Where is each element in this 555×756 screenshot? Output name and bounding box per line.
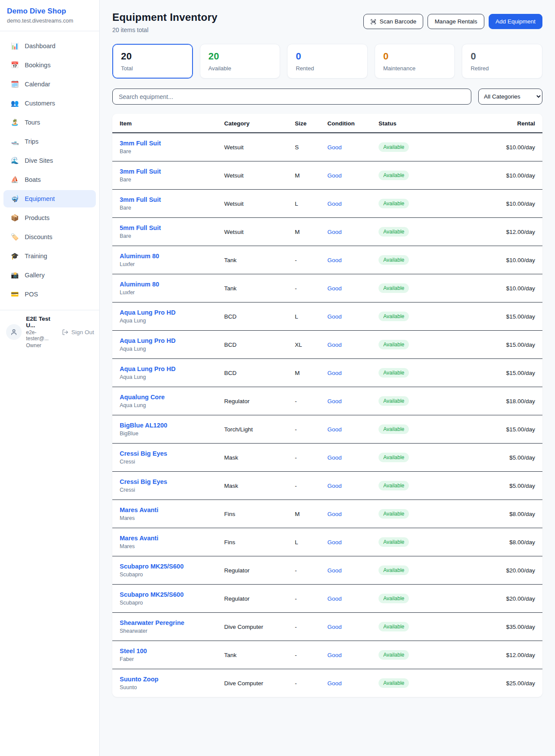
- sidebar-item-label: Customers: [25, 100, 55, 107]
- item-rental-rate: $15.00/day: [440, 331, 542, 359]
- item-condition-link[interactable]: Good: [327, 680, 342, 687]
- item-name-link[interactable]: Aqualung Core: [120, 394, 217, 401]
- sidebar-item-label: Training: [25, 253, 47, 260]
- item-brand: Luxfer: [120, 289, 217, 296]
- stat-card-maintenance[interactable]: 0Maintenance: [375, 44, 455, 79]
- item-category: Regulator: [221, 387, 291, 415]
- item-condition-link[interactable]: Good: [327, 370, 342, 376]
- sidebar-item-training[interactable]: 🎓Training: [3, 247, 96, 265]
- item-condition-link[interactable]: Good: [327, 285, 342, 292]
- item-condition-link[interactable]: Good: [327, 201, 342, 207]
- item-condition-link[interactable]: Good: [327, 652, 342, 658]
- dashboard-icon: 📊: [10, 42, 19, 50]
- category-filter[interactable]: All Categories: [478, 89, 542, 105]
- sidebar-item-boats[interactable]: ⛵Boats: [3, 171, 96, 188]
- item-name-link[interactable]: 3mm Full Suit: [120, 168, 217, 175]
- sidebar-item-dashboard[interactable]: 📊Dashboard: [3, 37, 96, 55]
- dive-sites-icon: 🌊: [10, 157, 19, 164]
- stat-card-rented[interactable]: 0Rented: [287, 44, 368, 79]
- status-badge: Available: [379, 565, 409, 575]
- item-category: Tank: [221, 274, 291, 302]
- item-brand: Cressi: [120, 487, 217, 493]
- gallery-icon: 📸: [10, 271, 19, 279]
- sign-out-button[interactable]: Sign Out: [62, 329, 94, 335]
- item-name-link[interactable]: Mares Avanti: [120, 506, 217, 513]
- sidebar-item-trips[interactable]: 🛥️Trips: [3, 133, 96, 150]
- item-name-link[interactable]: Aluminum 80: [120, 253, 217, 260]
- sidebar-item-gallery[interactable]: 📸Gallery: [3, 266, 96, 284]
- sidebar-item-label: Tours: [25, 119, 40, 126]
- item-size: -: [291, 556, 324, 585]
- stat-label-rented: Rented: [296, 65, 359, 72]
- item-condition-link[interactable]: Good: [327, 172, 342, 179]
- item-condition-link[interactable]: Good: [327, 144, 342, 151]
- item-name-link[interactable]: Cressi Big Eyes: [120, 450, 217, 457]
- item-brand: Aqua Lung: [120, 402, 217, 408]
- item-name-link[interactable]: Steel 100: [120, 648, 217, 654]
- item-condition-link[interactable]: Good: [327, 342, 342, 348]
- item-brand: Cressi: [120, 459, 217, 465]
- sidebar-item-bookings[interactable]: 📅Bookings: [3, 56, 96, 74]
- item-name-link[interactable]: 5mm Full Suit: [120, 224, 217, 231]
- stat-card-retired[interactable]: 0Retired: [462, 44, 542, 79]
- item-condition-link[interactable]: Good: [327, 229, 342, 235]
- item-name-link[interactable]: Aluminum 80: [120, 281, 217, 288]
- sidebar-item-pos[interactable]: 💳POS: [3, 286, 96, 303]
- item-condition-link[interactable]: Good: [327, 257, 342, 263]
- item-name-link[interactable]: Shearwater Peregrine: [120, 619, 217, 626]
- item-condition-link[interactable]: Good: [327, 398, 342, 404]
- item-condition-link[interactable]: Good: [327, 483, 342, 489]
- scan-barcode-label: Scan Barcode: [380, 18, 417, 25]
- item-rental-rate: $35.00/day: [440, 613, 542, 641]
- status-badge: Available: [379, 312, 409, 321]
- item-name-link[interactable]: 3mm Full Suit: [120, 140, 217, 147]
- item-name-link[interactable]: Cressi Big Eyes: [120, 478, 217, 485]
- sidebar-item-customers[interactable]: 👥Customers: [3, 95, 96, 112]
- status-badge: Available: [379, 622, 409, 631]
- manage-rentals-button[interactable]: Manage Rentals: [428, 14, 484, 29]
- item-condition-link[interactable]: Good: [327, 454, 342, 461]
- sidebar-item-label: POS: [25, 291, 38, 298]
- item-condition-link[interactable]: Good: [327, 426, 342, 433]
- item-condition-link[interactable]: Good: [327, 624, 342, 630]
- sidebar-item-equipment[interactable]: 🤿Equipment: [3, 190, 96, 207]
- item-category: BCD: [221, 302, 291, 331]
- item-condition-link[interactable]: Good: [327, 313, 342, 320]
- status-badge: Available: [379, 537, 409, 547]
- item-name-link[interactable]: Mares Avanti: [120, 535, 217, 542]
- stat-card-total[interactable]: 20Total: [112, 44, 193, 79]
- item-name-link[interactable]: Aqua Lung Pro HD: [120, 365, 217, 372]
- stat-label-total: Total: [121, 65, 184, 72]
- add-equipment-button[interactable]: Add Equipment: [489, 14, 542, 29]
- item-name-link[interactable]: Scubapro MK25/S600: [120, 563, 217, 570]
- item-name-link[interactable]: BigBlue AL1200: [120, 422, 217, 429]
- item-condition-link[interactable]: Good: [327, 539, 342, 546]
- item-name-link[interactable]: Scubapro MK25/S600: [120, 591, 217, 598]
- stat-card-available[interactable]: 20Available: [200, 44, 281, 79]
- item-name-link[interactable]: Aqua Lung Pro HD: [120, 337, 217, 344]
- item-rental-rate: $5.00/day: [440, 472, 542, 500]
- sidebar-item-products[interactable]: 📦Products: [3, 209, 96, 227]
- item-condition-link[interactable]: Good: [327, 511, 342, 517]
- table-row: Cressi Big EyesCressiMask-GoodAvailable$…: [112, 444, 542, 472]
- item-name-link[interactable]: Suunto Zoop: [120, 676, 217, 683]
- item-category: Tank: [221, 246, 291, 274]
- item-name-link[interactable]: 3mm Full Suit: [120, 196, 217, 203]
- scan-barcode-button[interactable]: Scan Barcode: [363, 14, 424, 29]
- search-input[interactable]: [112, 89, 471, 105]
- add-equipment-label: Add Equipment: [496, 18, 535, 25]
- header-actions: Scan Barcode Manage Rentals Add Equipmen…: [363, 14, 542, 29]
- sidebar-item-discounts[interactable]: 🏷️Discounts: [3, 228, 96, 246]
- item-condition-link[interactable]: Good: [327, 595, 342, 602]
- table-row: Scubapro MK25/S600ScubaproRegulator-Good…: [112, 585, 542, 613]
- item-rental-rate: $12.00/day: [440, 218, 542, 246]
- sidebar-item-calendar[interactable]: 🗓️Calendar: [3, 76, 96, 93]
- sidebar-item-tours[interactable]: 🏝️Tours: [3, 114, 96, 131]
- customers-icon: 👥: [10, 99, 19, 107]
- status-badge: Available: [379, 340, 409, 349]
- sidebar-item-dive-sites[interactable]: 🌊Dive Sites: [3, 152, 96, 169]
- item-name-link[interactable]: Aqua Lung Pro HD: [120, 309, 217, 316]
- sign-out-icon: [62, 329, 69, 335]
- item-condition-link[interactable]: Good: [327, 567, 342, 574]
- avatar: [6, 324, 22, 340]
